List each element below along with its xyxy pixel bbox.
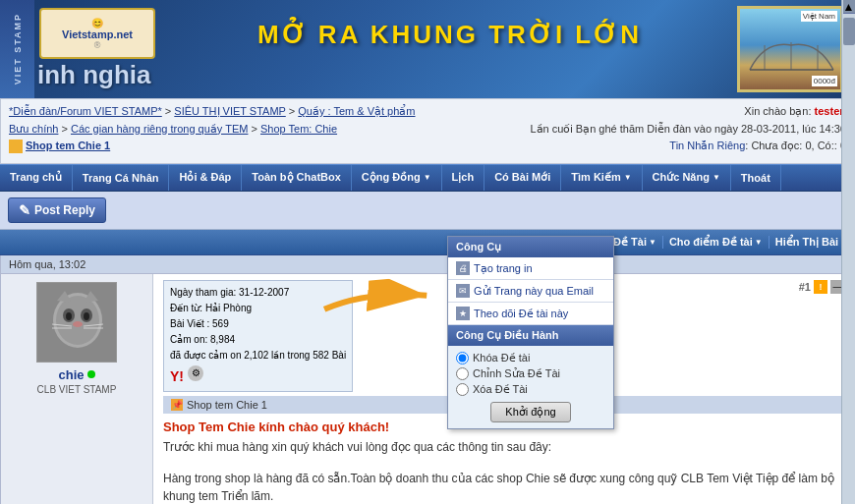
nav-congdong[interactable]: Cộng Đồng▼ — [352, 165, 442, 191]
follow-icon: ★ — [456, 307, 470, 320]
user-sidebar: chie CLB VIET STAMP — [1, 274, 153, 504]
print-icon: 🖨 — [456, 261, 470, 275]
yahoo-icon: Y! — [170, 365, 184, 387]
nav-lich[interactable]: Lịch — [442, 165, 485, 191]
nav-chucnang[interactable]: Chức Năng▼ — [643, 165, 731, 191]
radio-chinhsua: Chỉnh Sửa Đề Tài — [456, 367, 605, 380]
nav-trangchu[interactable]: Trang chủ — [0, 165, 73, 191]
info-bar: *Diễn đàn/Forum VIET STAMP* > SIÊU THỊ V… — [0, 98, 855, 164]
forum-controls-bar: Công Cụ ▼ Tìm Trong Đề Tài ▼ Cho điểm Đề… — [0, 230, 855, 255]
svg-point-11 — [73, 321, 83, 327]
folder-icon — [9, 140, 23, 153]
arrow-pointer — [317, 275, 439, 337]
logo-smile: 😊 — [91, 18, 103, 28]
post-text-line1: Trước khi mua hàng xin quý khách vui lòn… — [163, 438, 844, 456]
theo-doi-item[interactable]: ★ Theo dõi Đề tài này — [448, 303, 613, 325]
edit-icon: ✎ — [19, 202, 30, 218]
avatar — [36, 282, 117, 363]
svg-point-9 — [66, 312, 72, 320]
profile-icon: ⚙ — [188, 365, 203, 381]
header-subtitle: inh nghia — [37, 60, 151, 90]
congcu-dropdown-menu: Công Cụ 🖨 Tạo trang in ✉ Gửi Trang này q… — [447, 236, 614, 429]
scroll-thumb[interactable] — [843, 18, 855, 45]
stamp-image: Việt Nam 0000đ — [737, 6, 843, 92]
radio-xoa-input[interactable] — [456, 383, 469, 396]
user-name-link[interactable]: chie — [58, 367, 84, 382]
cho-diem-dropdown[interactable]: Cho điểm Đề tài ▼ — [662, 236, 769, 249]
nav-chatbox[interactable]: Toàn bộ ChatBox — [242, 165, 352, 191]
nav-trangcanhan[interactable]: Trang Cá Nhân — [73, 165, 170, 191]
khoi-dong-button[interactable]: Khởi động — [490, 402, 570, 422]
logo-registered: ® — [94, 40, 101, 50]
nav-timkiem[interactable]: Tìm Kiếm▼ — [561, 165, 642, 191]
inbox-link[interactable]: Tin Nhắn Riêng — [669, 140, 745, 151]
nav-thoat[interactable]: Thoát — [731, 165, 781, 191]
post-number: #1 — [799, 281, 811, 293]
warning-icon: ! — [814, 280, 827, 294]
dropdown-header: Công Cụ — [448, 237, 613, 257]
chevron-down-icon: ▼ — [424, 173, 431, 182]
chevron-down-icon2: ▼ — [624, 173, 632, 182]
post-reply-button[interactable]: ✎ Post Reply — [8, 197, 106, 223]
header-title: MỞ RA KHUNG TRỜI LỚN — [172, 20, 727, 50]
admin-tools-body: Khóa Đề tài Chỉnh Sửa Đề Tài Xóa Đề Tài … — [448, 346, 613, 428]
radio-khoa-input[interactable] — [456, 352, 469, 364]
chevron-down-icon6: ▼ — [755, 238, 763, 247]
scrollbar[interactable]: ▲ — [841, 0, 855, 504]
nav-hoidap[interactable]: Hỏi & Đáp — [169, 165, 242, 191]
post-icon: 📌 — [171, 399, 183, 411]
online-indicator — [87, 370, 95, 378]
breadcrumb: *Diễn đàn/Forum VIET STAMP* > SIÊU THỊ V… — [9, 103, 431, 159]
chevron-down-icon5: ▼ — [649, 238, 656, 247]
breadcrumb-cacgian[interactable]: Các gian hàng riêng trong quầy TEM — [71, 123, 248, 135]
radio-xoa: Xóa Đề Tài — [456, 383, 605, 396]
breadcrumb-shopchie1[interactable]: Shop tem Chie 1 — [26, 138, 110, 155]
user-icons: Y! ⚙ — [170, 365, 346, 387]
post-number-row: #1 ! — — [799, 280, 844, 294]
left-strip-text: VIET STAMP — [13, 13, 23, 84]
svg-point-6 — [56, 296, 99, 345]
tao-trang-in-item[interactable]: 🖨 Tạo trang in — [448, 257, 613, 280]
breadcrumb-forum[interactable]: *Diễn đàn/Forum VIET STAMP* — [9, 105, 162, 117]
post-text-line2: Hàng trong shop là hàng đã có sẵn.Toàn b… — [163, 470, 844, 504]
user-group: CLB VIET STAMP — [9, 384, 144, 395]
nav-cobaimoi[interactable]: Có Bài Mới — [484, 165, 561, 191]
user-name-row: chie — [9, 367, 144, 382]
radio-chinhsua-input[interactable] — [456, 367, 469, 380]
post-reply-bar: ✎ Post Reply — [0, 192, 855, 230]
email-icon: ✉ — [456, 284, 470, 298]
scroll-up[interactable]: ▲ — [843, 0, 855, 14]
site-header: VIET STAMP 😊 Vietstamp.net ® MỞ RA KHUNG… — [0, 0, 855, 98]
vietstamp-logo[interactable]: 😊 Vietstamp.net ® — [39, 8, 155, 59]
breadcrumb-shoptem[interactable]: Shop Tem: Chie — [260, 123, 337, 135]
stamp-country: Việt Nam — [801, 11, 837, 22]
gui-trang-email-item[interactable]: ✉ Gửi Trang này qua Email — [448, 280, 613, 303]
post-meta-row: Hôm qua, 13:02 — [1, 255, 854, 274]
user-greeting: Xin chào bạn: tester. Lần cuối Bạn ghé t… — [530, 103, 846, 155]
radio-khoa: Khóa Đề tài — [456, 352, 605, 364]
navbar: Trang chủ Trang Cá Nhân Hỏi & Đáp Toàn b… — [0, 164, 855, 192]
admin-tools-header: Công Cụ Điều Hành — [448, 325, 613, 346]
chevron-down-icon3: ▼ — [712, 173, 720, 182]
stamp-value: 0000đ — [812, 76, 837, 86]
logo-text: Vietstamp.net — [62, 28, 133, 40]
svg-point-10 — [84, 312, 89, 320]
breadcrumb-sieuthi[interactable]: SIÊU THỊ VIET STAMP — [174, 105, 285, 117]
